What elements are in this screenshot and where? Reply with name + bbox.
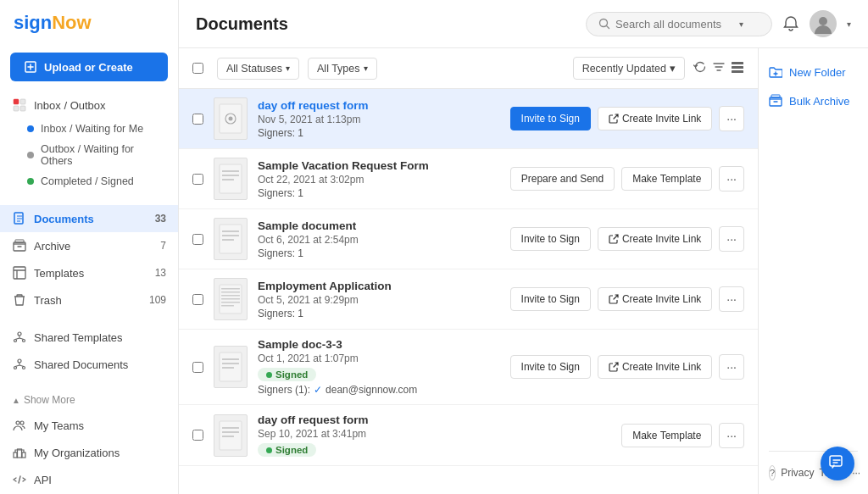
doc-checkbox-2[interactable] — [192, 174, 203, 185]
upload-create-button[interactable]: Upload or Create — [10, 53, 168, 81]
sidebar-item-documents[interactable]: Documents 33 — [0, 205, 178, 232]
table-row: Sample document Oct 6, 2021 at 2:54pm Si… — [179, 209, 758, 269]
sort-button[interactable]: Recently Updated ▾ — [573, 57, 685, 80]
select-all-checkbox[interactable] — [192, 63, 203, 74]
svg-rect-35 — [222, 179, 234, 180]
doc-date-4: Oct 5, 2021 at 9:29pm — [258, 294, 500, 306]
main-area: Documents ▾ ▾ All Statuses ▾ — [179, 0, 868, 494]
table-row: Sample Vacation Request Form Oct 22, 202… — [179, 149, 758, 209]
table-row: day off request form Nov 5, 2021 at 1:13… — [179, 89, 758, 149]
more-button-1[interactable]: ··· — [719, 106, 744, 131]
svg-rect-33 — [222, 170, 239, 172]
invite-to-sign-button-1[interactable]: Invite to Sign — [510, 107, 591, 130]
sidebar-item-archive[interactable]: Archive 7 — [0, 232, 178, 259]
doc-actions-3: Invite to Sign Create Invite Link ··· — [510, 226, 744, 252]
svg-point-11 — [23, 340, 25, 342]
organizations-icon — [12, 445, 27, 460]
doc-checkbox-3[interactable] — [192, 234, 203, 245]
outbox-dot — [27, 152, 34, 158]
doc-checkbox-4[interactable] — [192, 294, 203, 305]
doc-thumbnail-1 — [214, 97, 248, 140]
doc-checkbox-1[interactable] — [192, 114, 203, 125]
bulk-archive-button[interactable]: Bulk Archive — [769, 91, 858, 111]
sidebar-item-shared-documents[interactable]: Shared Documents — [0, 351, 178, 378]
privacy-link[interactable]: Privacy — [781, 467, 814, 479]
svg-rect-45 — [221, 302, 240, 303]
templates-icon — [12, 265, 27, 280]
type-filter-arrow: ▾ — [364, 64, 368, 73]
sidebar-item-trash[interactable]: Trash 109 — [0, 286, 178, 314]
sidebar-item-outbox-waiting[interactable]: Outbox / Waiting for Others — [0, 139, 178, 171]
more-button-4[interactable]: ··· — [719, 286, 744, 312]
svg-rect-57 — [830, 456, 842, 466]
signer-email-5: Signers (1): ✓ dean@signnow.com — [258, 384, 500, 396]
more-button-3[interactable]: ··· — [719, 226, 744, 252]
sidebar-item-api[interactable]: API — [0, 466, 178, 493]
notifications-button[interactable] — [782, 15, 799, 32]
invite-to-sign-button-4[interactable]: Invite to Sign — [510, 287, 591, 311]
table-row: Employment Application Oct 5, 2021 at 9:… — [179, 269, 758, 330]
refresh-button[interactable] — [693, 60, 707, 77]
sidebar-item-show-more[interactable]: ▲ Show More — [0, 388, 178, 412]
make-template-button-2[interactable]: Make Template — [621, 167, 712, 191]
teams-icon — [12, 418, 27, 433]
top-bar: Documents ▾ ▾ — [179, 0, 868, 48]
view-toggle-button[interactable] — [731, 60, 744, 77]
doc-actions-1: Invite to Sign Create Invite Link ··· — [510, 106, 744, 131]
svg-rect-39 — [222, 239, 234, 241]
doc-date-3: Oct 6, 2021 at 2:54pm — [258, 234, 500, 246]
doc-name-1[interactable]: day off request form — [258, 99, 369, 112]
sidebar-item-my-organizations[interactable]: My Organizations — [0, 439, 178, 466]
invite-to-sign-button-3[interactable]: Invite to Sign — [510, 227, 591, 251]
avatar-dropdown-arrow[interactable]: ▾ — [847, 19, 851, 29]
chat-support-button[interactable] — [821, 447, 854, 480]
more-button-2[interactable]: ··· — [719, 166, 744, 191]
create-invite-link-button-1[interactable]: Create Invite Link — [598, 107, 712, 130]
create-invite-link-button-4[interactable]: Create Invite Link — [598, 287, 712, 311]
doc-date-5: Oct 1, 2021 at 1:07pm — [258, 352, 500, 364]
svg-rect-26 — [732, 62, 743, 64]
more-button-6[interactable]: ··· — [719, 423, 744, 448]
sidebar-item-templates[interactable]: Templates 13 — [0, 259, 178, 286]
sidebar-item-inbox-waiting[interactable]: Inbox / Waiting for Me — [0, 119, 178, 139]
svg-rect-3 — [14, 106, 19, 111]
svg-rect-4 — [20, 106, 25, 111]
make-template-button-6[interactable]: Make Template — [621, 424, 712, 447]
new-folder-button[interactable]: New Folder — [769, 62, 858, 82]
svg-rect-49 — [222, 363, 239, 364]
table-row: Sample doc-3-3 Oct 1, 2021 at 1:07pm Sig… — [179, 330, 758, 405]
doc-checkbox-5[interactable] — [192, 362, 203, 373]
doc-date-1: Nov 5, 2021 at 1:13pm — [258, 114, 500, 125]
logo: signNow — [0, 0, 178, 46]
filter-options-button[interactable] — [712, 60, 726, 77]
doc-checkbox-6[interactable] — [192, 430, 203, 441]
sidebar-item-completed[interactable]: Completed / Signed — [0, 171, 178, 191]
search-box[interactable]: ▾ — [586, 12, 772, 36]
sidebar-item-my-teams[interactable]: My Teams — [0, 412, 178, 439]
search-input[interactable] — [615, 18, 734, 31]
page-title: Documents — [196, 14, 576, 34]
doc-info-1: day off request form Nov 5, 2021 at 1:13… — [258, 99, 500, 139]
search-dropdown-arrow[interactable]: ▾ — [739, 19, 743, 29]
help-button[interactable]: ? — [769, 465, 776, 480]
create-invite-link-button-5[interactable]: Create Invite Link — [598, 355, 712, 379]
right-panel: New Folder Bulk Archive ? Privacy Terms … — [758, 48, 868, 494]
doc-signers-4: Signers: 1 — [258, 308, 500, 319]
avatar[interactable] — [810, 10, 837, 37]
prepare-and-send-button-2[interactable]: Prepare and Send — [510, 167, 615, 191]
sidebar-item-inbox-outbox[interactable]: Inbox / Outbox — [0, 92, 178, 119]
more-button-5[interactable]: ··· — [719, 354, 744, 380]
svg-rect-27 — [732, 66, 743, 69]
svg-point-12 — [18, 359, 21, 363]
sidebar-item-shared-templates[interactable]: Shared Templates — [0, 324, 178, 351]
status-filter-button[interactable]: All Statuses ▾ — [217, 58, 299, 80]
content-main: All Statuses ▾ All Types ▾ Recently Upda… — [179, 48, 758, 494]
doc-toolbar: All Statuses ▾ All Types ▾ Recently Upda… — [179, 48, 758, 89]
doc-date-2: Oct 22, 2021 at 3:02pm — [258, 174, 500, 186]
doc-name-2: Sample Vacation Request Form — [258, 159, 429, 172]
type-filter-button[interactable]: All Types ▾ — [308, 58, 377, 80]
doc-actions-5: Invite to Sign Create Invite Link ··· — [510, 354, 744, 380]
check-icon-5: ✓ — [314, 384, 322, 396]
invite-to-sign-button-5[interactable]: Invite to Sign — [510, 355, 591, 379]
create-invite-link-button-3[interactable]: Create Invite Link — [598, 227, 712, 251]
